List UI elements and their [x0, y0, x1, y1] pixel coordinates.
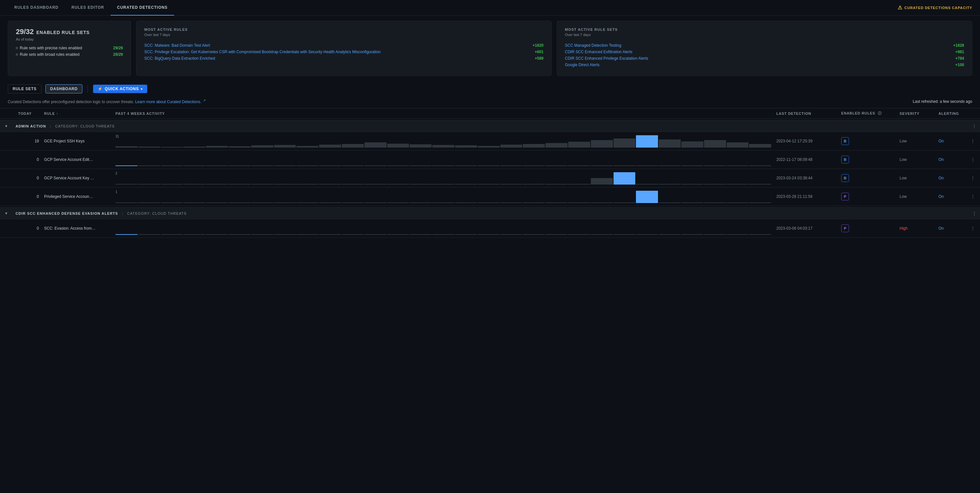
rule-link[interactable]: SCC: Malware: Bad Domain Test Alert [144, 43, 528, 48]
rule-set-count: +100 [955, 63, 964, 67]
td-rule: GCP Service Account Key … [41, 176, 113, 180]
td-row-menu[interactable]: ⋮ [968, 226, 980, 231]
td-last-detection: 2023-04-12 17:25:39 [774, 139, 838, 143]
enabled-rule-sets-subtitle: As of today [16, 37, 123, 41]
external-link-icon: ↗ [203, 99, 205, 102]
td-chart: 1 [113, 190, 774, 203]
stat-broad-rules: Rule sets with broad rules enabled 29/29 [16, 52, 123, 57]
table-row: 0 GCP Service Account Key … 2 2023-03-24… [0, 169, 980, 188]
th-rule[interactable]: Rule ↑ [41, 111, 113, 116]
mini-chart: 31 [115, 135, 771, 148]
rule-sets-button[interactable]: Rule Sets [8, 84, 41, 94]
info-icon[interactable]: ⓘ [878, 111, 882, 115]
td-rule: SCC: Evasion: Access from… [41, 226, 113, 231]
td-badge: B [838, 156, 897, 164]
td-row-menu[interactable]: ⋮ [968, 194, 980, 199]
rule-set-link[interactable]: Google Direct Alerts [565, 63, 951, 67]
toolbar-divider [88, 85, 88, 93]
info-bar: Curated Detections offer preconfigured d… [0, 97, 980, 108]
rule-set-count: +1828 [953, 43, 964, 48]
rule-set-item: CDIR SCC Enhanced Privilege Escalation A… [565, 56, 964, 60]
enabled-rule-sets-title: Enabled Rule Sets [36, 30, 89, 35]
category-menu-cdir-defense[interactable]: ⋮ [968, 211, 980, 216]
most-active-rules-list: SCC: Malware: Bad Domain Test Alert +182… [144, 41, 544, 63]
td-last-detection: 2023-03-06 04:03:17 [774, 226, 838, 231]
td-row-menu[interactable]: ⋮ [968, 176, 980, 180]
badge-b: B [841, 137, 849, 145]
expand-admin-action[interactable]: ▾ [0, 124, 16, 129]
td-chart: 2 [113, 172, 774, 184]
mini-chart [115, 222, 771, 235]
tab-rules-editor[interactable]: Rules Editor [65, 0, 111, 16]
rules-table: Today Rule ↑ Past 4 Weeks Activity Last … [0, 108, 980, 238]
badge-b: B [841, 156, 849, 164]
td-badge: P [838, 192, 897, 200]
td-rule: Privileged Service Accoun… [41, 194, 113, 199]
learn-more-link[interactable]: Learn more about Curated Detections. ↗ [135, 100, 205, 104]
card-most-active-rules: Most Active Rules Over last 7 days SCC: … [136, 21, 552, 76]
tab-rules-dashboard[interactable]: Rules Dashboard [8, 0, 65, 16]
chart-peak-label: 2 [115, 172, 118, 175]
td-today: 19 [16, 139, 41, 143]
expand-cdir-defense[interactable]: ▾ [0, 211, 16, 216]
stat-precise-rules: Rule sets with precise rules enabled 29/… [16, 46, 123, 50]
rule-set-link[interactable]: SCC Managed Detection Testing [565, 43, 949, 48]
chevron-down-icon: ▾ [141, 87, 143, 91]
rule-link[interactable]: SCC: BigQuery Data Extraction Enriched [144, 56, 531, 60]
category-row-admin-action: ▾ Admin Action | Category: Cloud Threats… [0, 120, 980, 132]
most-active-rules-subtitle: Over last 7 days [144, 33, 544, 37]
most-active-rule-sets-subtitle: Over last 7 days [565, 33, 964, 37]
td-today: 0 [16, 176, 41, 180]
rule-set-count: +981 [955, 49, 964, 54]
td-severity: Low [897, 176, 936, 180]
rule-set-link[interactable]: CDIR SCC Enhanced Exfiltration Alerts [565, 49, 951, 54]
td-alerting: On [936, 194, 968, 199]
td-chart [113, 222, 774, 235]
rule-set-link[interactable]: CDIR SCC Enhanced Privilege Escalation A… [565, 56, 951, 60]
category-label-cdir-defense: CDIR SCC Enhanced Defense Evasion Alerts… [16, 212, 968, 215]
mini-chart [115, 153, 771, 166]
bullet-icon [16, 54, 18, 56]
toolbar: Rule Sets Dashboard ⚡ Quick Actions ▾ [0, 81, 980, 97]
td-row-menu[interactable]: ⋮ [968, 139, 980, 143]
td-last-detection: 2023-03-24 03:38:44 [774, 176, 838, 180]
most-active-rule-sets-list: SCC Managed Detection Testing +1828 CDIR… [565, 41, 964, 69]
td-alerting: On [936, 176, 968, 180]
rule-set-item: SCC Managed Detection Testing +1828 [565, 43, 964, 48]
category-row-cdir-defense: ▾ CDIR SCC Enhanced Defense Evasion Aler… [0, 207, 980, 219]
rule-set-count: +784 [955, 56, 964, 60]
td-rule: GCE Project SSH Keys [41, 139, 113, 143]
th-alerting: Alerting [936, 111, 968, 116]
rule-link[interactable]: SCC: Privilege Escalation: Get Kubernete… [144, 49, 531, 54]
info-bar-description: Curated Detections offer preconfigured d… [8, 99, 205, 104]
th-today: Today [16, 111, 41, 116]
tab-curated-detections[interactable]: Curated Detections [111, 0, 174, 16]
td-today: 0 [16, 226, 41, 231]
nav-alert[interactable]: ⚠ Curated Detections Capacity [897, 5, 972, 11]
badge-p: P [841, 224, 849, 232]
category-menu-admin-action[interactable]: ⋮ [968, 124, 980, 129]
enabled-rule-sets-count: 29/32 [16, 27, 34, 36]
mini-chart: 1 [115, 190, 771, 203]
rule-item: SCC: BigQuery Data Extraction Enriched +… [144, 56, 544, 60]
td-badge: B [838, 174, 897, 182]
rule-count: +1820 [533, 43, 544, 48]
td-rule: GCP Service Account Edit… [41, 157, 113, 162]
td-severity: Low [897, 157, 936, 162]
rule-count: +589 [535, 56, 544, 60]
td-badge: P [838, 224, 897, 232]
lightning-icon: ⚡ [98, 87, 103, 91]
td-row-menu[interactable]: ⋮ [968, 157, 980, 162]
top-nav: Rules Dashboard Rules Editor Curated Det… [0, 0, 980, 16]
badge-b: B [841, 174, 849, 182]
th-last-detection: Last Detection [774, 111, 838, 116]
dashboard-button[interactable]: Dashboard [45, 84, 83, 94]
table-header: Today Rule ↑ Past 4 Weeks Activity Last … [0, 108, 980, 119]
rule-set-item: Google Direct Alerts +100 [565, 63, 964, 67]
table-row: 0 SCC: Evasion: Access from… 2023-03-06 … [0, 219, 980, 238]
table-row: 0 Privileged Service Accoun… 1 2023-03-2… [0, 188, 980, 206]
table-row: 19 GCE Project SSH Keys 31 2023-04-12 17… [0, 132, 980, 151]
td-alerting: On [936, 157, 968, 162]
quick-actions-button[interactable]: ⚡ Quick Actions ▾ [93, 85, 147, 93]
refresh-status: Last refreshed: a few seconds ago [913, 99, 972, 104]
